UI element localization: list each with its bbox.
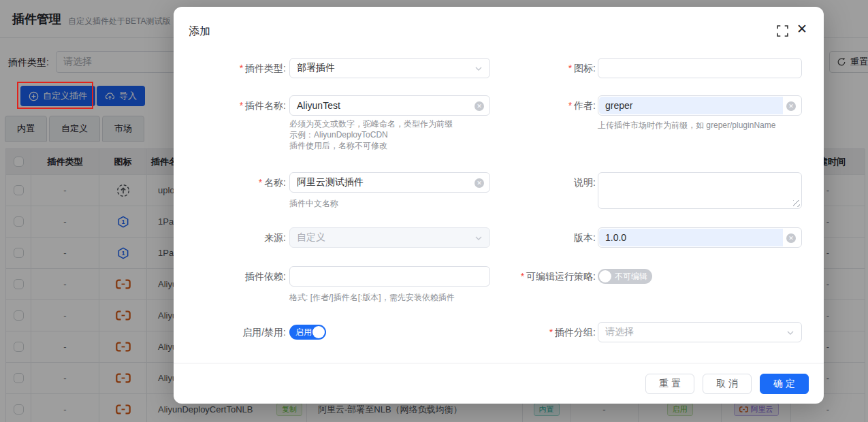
plugin-type-value: 部署插件	[297, 62, 335, 74]
plugin-group-label: *插件分组:	[432, 322, 596, 342]
enabled-label: 启用/禁用:	[174, 322, 286, 342]
footer-divider	[174, 363, 824, 363]
clear-icon[interactable]: ✕	[786, 233, 796, 243]
modal-title: 添加	[189, 25, 210, 39]
author-label: *作者:	[432, 95, 596, 116]
enabled-toggle[interactable]: 启用	[289, 325, 326, 340]
name-value: 阿里云测试插件	[297, 176, 364, 189]
reset-button[interactable]: 重 置	[645, 374, 694, 394]
name-label: *名称:	[174, 172, 286, 193]
autofill-highlight	[599, 229, 783, 246]
editable-policy-toggle[interactable]: 不可编辑	[598, 269, 652, 284]
fullscreen-icon	[777, 25, 788, 37]
plugin-name-label: *插件名称:	[174, 95, 286, 116]
confirm-button[interactable]: 确 定	[760, 374, 809, 394]
close-icon[interactable]: ✕	[797, 22, 807, 35]
fullscreen-button[interactable]	[777, 25, 789, 37]
plugin-type-label: *插件类型:	[174, 58, 286, 78]
clear-icon[interactable]: ✕	[786, 101, 796, 111]
toggle-label: 不可编辑	[615, 271, 647, 282]
resize-handle-icon[interactable]	[793, 200, 800, 207]
description-label: 说明:	[432, 172, 596, 193]
description-textarea[interactable]	[598, 172, 802, 209]
required-mark: *	[240, 100, 243, 111]
required-mark: *	[240, 63, 243, 74]
chevron-down-icon	[786, 329, 794, 337]
source-value: 自定义	[297, 231, 325, 244]
version-value: 1.0.0	[605, 232, 626, 243]
icon-label: *图标:	[432, 58, 596, 78]
toggle-knob	[312, 326, 325, 338]
author-input[interactable]: greper ✕	[598, 95, 802, 116]
icon-input[interactable]	[598, 58, 802, 78]
author-value: greper	[605, 100, 632, 111]
dependency-hint: 格式: [作者/]插件名[:版本]，需先安装依赖插件	[289, 292, 455, 303]
editable-policy-label: *可编辑运行策略:	[432, 266, 596, 287]
version-label: 版本:	[432, 227, 596, 248]
toggle-knob	[599, 270, 611, 282]
author-hint: 上传插件市场时作为前缀，如 greper/pluginName	[598, 120, 775, 131]
name-hint: 插件中文名称	[289, 198, 338, 209]
red-highlight-annotation	[17, 82, 93, 109]
toggle-label: 启用	[295, 327, 312, 338]
dependency-label: 插件依赖:	[174, 266, 286, 287]
plugin-group-placeholder: 请选择	[605, 326, 634, 338]
plugin-group-select[interactable]: 请选择	[598, 322, 802, 342]
version-input[interactable]: 1.0.0 ✕	[598, 227, 802, 248]
required-mark: *	[259, 177, 262, 188]
plugin-name-hint-3: 插件使用后，名称不可修改	[289, 140, 387, 151]
plugin-name-value: AliyunTest	[297, 100, 340, 111]
app-root: 插件管理 自定义插件处于BETA测试版， 插件类型: 请选择 自定义插件 导入 …	[0, 0, 868, 422]
required-mark: *	[549, 327, 553, 338]
required-mark: *	[521, 271, 524, 282]
modal-footer: 重 置 取 消 确 定	[645, 374, 809, 394]
plugin-name-hint-2: 示例：AliyunDeployToCDN	[289, 129, 388, 140]
source-label: 来源:	[174, 227, 286, 248]
add-plugin-modal: 添加 ✕ *插件类型: 部署插件 *图标: *插件名称: AliyunTest …	[174, 7, 824, 404]
required-mark: *	[568, 63, 572, 74]
cancel-button[interactable]: 取 消	[703, 374, 752, 394]
required-mark: *	[568, 100, 572, 111]
plugin-name-hint-1: 必须为英文或数字，驼峰命名，类型作为前缀	[289, 118, 453, 129]
